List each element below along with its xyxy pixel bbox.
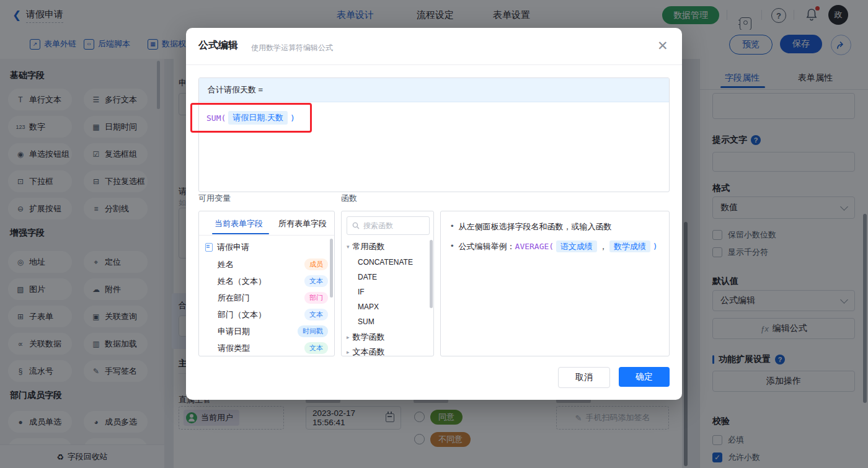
form-doc-icon (205, 243, 213, 252)
confirm-button[interactable]: 确定 (619, 367, 670, 387)
example-token: 数学成绩 (609, 241, 650, 252)
type-badge: 成员 (304, 258, 328, 270)
tab-all-form-fields[interactable]: 所有表单字段 (278, 218, 327, 229)
modal-subtitle: 使用数学运算符编辑公式 (251, 43, 333, 53)
close-icon[interactable]: ✕ (657, 39, 668, 52)
search-icon (352, 222, 360, 229)
type-badge: 文本 (304, 342, 328, 354)
function-item[interactable]: MAPX (358, 302, 379, 311)
variables-scrollbar[interactable] (330, 239, 333, 298)
function-item[interactable]: CONCATENATE (358, 258, 413, 267)
tip-example-line: • 公式编辑举例：AVERAGE( 语文成绩 ， 数学成绩 ) (451, 241, 669, 252)
formula-editor[interactable]: 合计请假天数 = SUM( 请假日期.天数 ) (198, 77, 670, 192)
modal-title: 公式编辑 (198, 39, 238, 52)
type-badge: 文本 (304, 309, 328, 320)
chevron-right-icon: ▸ (347, 334, 350, 340)
cancel-button[interactable]: 取消 (558, 367, 610, 388)
form-designer-app: ❮ 请假申请 表单设计 流程设定 表单设置 数据管理 ? 政 ↗表单外链 ‹›后… (0, 0, 868, 468)
function-search-input[interactable]: 搜索函数 (347, 216, 430, 235)
variable-row[interactable]: 请假类型文本 (218, 342, 328, 354)
function-item[interactable]: IF (358, 288, 365, 296)
annotation-highlight-box (190, 103, 312, 133)
example-token: 语文成绩 (556, 241, 597, 252)
tab-underline (212, 233, 269, 234)
function-group-math[interactable]: ▸数学函数 (347, 332, 385, 343)
variables-label: 可用变量 (198, 193, 231, 204)
type-badge: 部门 (304, 292, 328, 304)
tip-line: •从左侧面板选择字段名和函数，或输入函数 (451, 221, 669, 232)
type-badge: 文本 (304, 275, 328, 287)
variable-row[interactable]: 申请日期时间戳 (218, 325, 328, 337)
chevron-right-icon: ▸ (347, 349, 350, 355)
functions-scrollbar[interactable] (430, 240, 433, 308)
function-group-text[interactable]: ▸文本函数 (347, 347, 385, 356)
chevron-down-icon: ▾ (347, 244, 350, 250)
variable-row[interactable]: 所在部门部门 (218, 292, 328, 304)
variable-row[interactable]: 姓名成员 (218, 258, 328, 270)
formula-editor-modal: 公式编辑 使用数学运算符编辑公式 ✕ 合计请假天数 = SUM( 请假日期.天数… (186, 28, 682, 400)
divider (186, 64, 682, 65)
functions-label: 函数 (341, 193, 357, 204)
function-item[interactable]: DATE (358, 273, 377, 281)
function-item[interactable]: SUM (358, 317, 374, 326)
functions-panel: 搜索函数 ▾常用函数 CONCATENATE DATE IF MAPX SUM … (341, 211, 434, 356)
variable-row[interactable]: 姓名（文本）文本 (218, 275, 328, 287)
tips-panel: •从左侧面板选择字段名和函数，或输入函数 • 公式编辑举例：AVERAGE( 语… (440, 211, 670, 356)
formula-target: 合计请假天数 = (199, 78, 669, 102)
variables-panel: 当前表单字段 所有表单字段 请假申请 姓名成员 姓名（文本）文本 所在部门部门 … (198, 211, 335, 356)
function-group-common[interactable]: ▾常用函数 (347, 241, 385, 252)
variable-row[interactable]: 部门（文本）文本 (218, 309, 328, 320)
example-function: AVERAGE( (515, 242, 554, 251)
tree-root[interactable]: 请假申请 (205, 242, 249, 253)
type-badge: 时间戳 (298, 325, 328, 337)
tab-current-form-fields[interactable]: 当前表单字段 (215, 218, 263, 229)
